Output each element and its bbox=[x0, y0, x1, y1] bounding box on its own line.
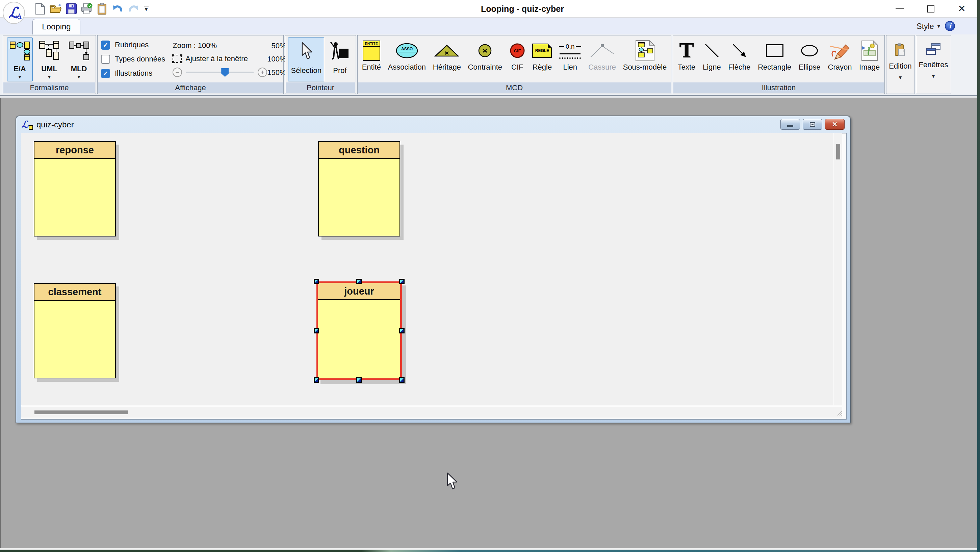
chevron-down-icon: ▾ bbox=[48, 75, 51, 80]
tab-looping[interactable]: Looping bbox=[32, 19, 80, 35]
redo-icon bbox=[128, 3, 139, 14]
horizontal-scrollbar[interactable] bbox=[21, 406, 842, 418]
entity-icon: ENTITE bbox=[363, 40, 380, 62]
mcd-association-button[interactable]: ASSO Association bbox=[385, 38, 429, 73]
vertical-scrollbar-thumb[interactable] bbox=[836, 144, 840, 160]
illustration-crayon-button[interactable]: Crayon bbox=[825, 38, 855, 73]
uml-diagram-icon bbox=[39, 40, 59, 62]
checkbox-rubriques[interactable]: ✓ Rubriques bbox=[101, 39, 165, 51]
document-minimize-button[interactable] bbox=[780, 119, 800, 130]
info-button[interactable]: i bbox=[945, 21, 955, 31]
selection-handle-s[interactable] bbox=[356, 377, 362, 383]
redo-button[interactable] bbox=[126, 2, 141, 16]
looping-application: Looping - quiz-cyber bbox=[0, 0, 980, 552]
selection-handle-w[interactable] bbox=[314, 328, 319, 333]
model-canvas[interactable] bbox=[21, 133, 834, 405]
chevron-down-icon: ▾ bbox=[899, 75, 902, 80]
image-tool-icon bbox=[861, 40, 878, 62]
fenetres-button[interactable]: Fenêtres ▾ bbox=[916, 35, 951, 94]
zoom-level-label: Zoom : 100% bbox=[173, 41, 267, 50]
paste-button[interactable] bbox=[95, 2, 110, 16]
undo-icon bbox=[112, 3, 124, 14]
zoom-preset-100[interactable]: 100% bbox=[267, 55, 286, 64]
pointeur-selection-button[interactable]: Sélection bbox=[288, 38, 324, 81]
mld-diagram-icon bbox=[69, 40, 89, 62]
mcd-regle-button[interactable]: REGLE Règle bbox=[530, 38, 555, 73]
entity-question[interactable]: question bbox=[318, 141, 400, 236]
entity-reponse[interactable]: reponse bbox=[34, 141, 116, 236]
zoom-slider[interactable] bbox=[186, 72, 254, 73]
checkbox-unchecked-icon bbox=[101, 55, 110, 64]
selection-handle-sw[interactable] bbox=[314, 377, 319, 383]
desktop-edge-right bbox=[977, 0, 980, 552]
zoom-out-button[interactable]: − bbox=[173, 67, 182, 77]
illustration-fleche-button[interactable]: Flèche bbox=[726, 38, 753, 73]
selection-handle-nw[interactable] bbox=[314, 279, 319, 284]
entity-classement[interactable]: classement bbox=[34, 283, 116, 378]
zoom-in-button[interactable]: + bbox=[258, 67, 267, 77]
undo-button[interactable] bbox=[110, 2, 126, 16]
new-document-button[interactable] bbox=[32, 2, 48, 16]
zoom-slider-thumb[interactable] bbox=[221, 68, 229, 77]
save-button[interactable] bbox=[64, 2, 79, 16]
cif-circle-icon: CIF bbox=[509, 40, 525, 62]
formalisme-uml-button[interactable]: UML ▾ bbox=[37, 38, 62, 81]
document-title: quiz-cyber bbox=[37, 120, 74, 129]
cassure-icon bbox=[589, 40, 615, 62]
toolbar-options-button[interactable]: ▾ bbox=[141, 2, 151, 16]
document-close-button[interactable]: ✕ bbox=[825, 119, 845, 130]
app-logo[interactable]: ℒ 4.1 bbox=[3, 2, 25, 24]
close-button[interactable]: ✕ bbox=[946, 0, 977, 18]
close-icon: ✕ bbox=[832, 120, 838, 128]
chevron-down-icon: ▾ bbox=[77, 75, 80, 80]
ribbon-group-affichage: ✓ Rubriques Types données ✓ Illustration… bbox=[97, 35, 284, 94]
selection-handle-ne[interactable] bbox=[399, 279, 404, 284]
resize-grip[interactable] bbox=[837, 410, 842, 415]
illustration-rectangle-button[interactable]: Rectangle bbox=[755, 38, 794, 73]
mcd-lien-button[interactable]: 0,n Lien bbox=[556, 38, 584, 73]
windows-cascade-icon bbox=[926, 43, 941, 56]
formalisme-mld-button[interactable]: MLD ▾ bbox=[66, 38, 92, 81]
checkbox-illustrations[interactable]: ✓ Illustrations bbox=[101, 67, 165, 80]
ribbon-edge bbox=[0, 95, 977, 98]
selection-handle-e[interactable] bbox=[399, 328, 404, 333]
mcd-cif-button[interactable]: CIF CIF bbox=[506, 38, 528, 73]
minimize-button[interactable] bbox=[884, 0, 915, 18]
group-caption-pointeur: Pointeur bbox=[286, 83, 355, 93]
illustration-ligne-button[interactable]: Ligne bbox=[700, 38, 724, 73]
zoom-preset-50[interactable]: 50% bbox=[271, 41, 286, 50]
ribbon: E/A ▾ UML ▾ MLD ▾ Form bbox=[0, 35, 977, 95]
style-button[interactable]: Style ▾ bbox=[916, 20, 940, 32]
desktop-edge-bottom bbox=[0, 548, 977, 552]
horizontal-scrollbar-thumb[interactable] bbox=[35, 410, 128, 414]
open-button[interactable] bbox=[48, 2, 64, 16]
mcd-entite-button[interactable]: ENTITE Entité bbox=[359, 38, 383, 73]
print-button[interactable] bbox=[79, 2, 95, 16]
chevron-down-icon: ▾ bbox=[18, 75, 21, 80]
text-tool-icon: T bbox=[679, 40, 694, 62]
formalisme-ea-button[interactable]: E/A ▾ bbox=[7, 38, 33, 81]
clipboard-icon bbox=[97, 3, 107, 15]
fit-to-window-button[interactable]: Ajuster à la fenêtre bbox=[173, 54, 267, 63]
illustration-ellipse-button[interactable]: Ellipse bbox=[796, 38, 823, 73]
entity-joueur-selected[interactable]: joueur bbox=[317, 281, 402, 380]
close-icon: ✕ bbox=[958, 4, 966, 13]
maximize-button[interactable] bbox=[915, 0, 946, 18]
mcd-sous-modele-button[interactable]: Sous-modèle bbox=[620, 38, 670, 73]
illustration-image-button[interactable]: Image bbox=[856, 38, 882, 73]
vertical-scrollbar[interactable] bbox=[834, 133, 842, 405]
mcd-heritage-button[interactable]: Héritage bbox=[430, 38, 464, 73]
selection-handle-se[interactable] bbox=[399, 377, 404, 383]
document-titlebar[interactable]: ℒ quiz-cyber ✕ bbox=[16, 116, 850, 133]
zoom-preset-150[interactable]: 150% bbox=[267, 68, 286, 77]
selection-handle-n[interactable] bbox=[356, 279, 362, 284]
document-restore-button[interactable] bbox=[803, 119, 822, 130]
pointeur-prof-button[interactable]: Prof bbox=[327, 38, 353, 81]
edition-button[interactable]: Edition ▾ bbox=[886, 35, 915, 94]
chevron-down-icon: ▾ bbox=[932, 74, 935, 79]
checkbox-types-donnees[interactable]: Types données bbox=[101, 53, 165, 65]
document-icon: ℒ bbox=[22, 119, 33, 131]
checkbox-checked-icon: ✓ bbox=[101, 69, 110, 78]
illustration-texte-button[interactable]: T Texte bbox=[675, 38, 698, 73]
mcd-contrainte-button[interactable]: Contrainte bbox=[465, 38, 505, 73]
